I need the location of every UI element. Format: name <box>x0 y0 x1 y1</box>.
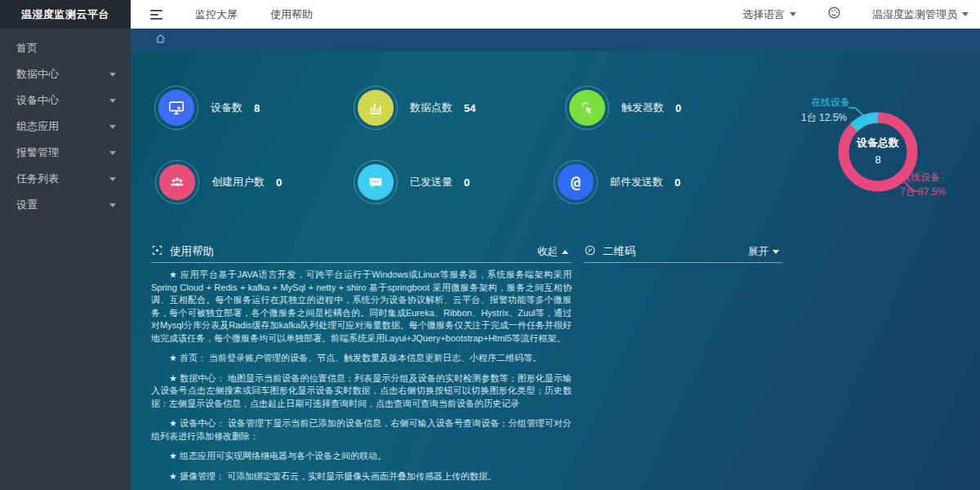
stat-value: 8 <box>254 102 260 114</box>
nav-usage-help[interactable]: 使用帮助 <box>270 7 313 22</box>
chevron-up-icon <box>562 250 568 254</box>
donut-offline-value: 7台 87.5% <box>900 185 946 199</box>
stat-value: 0 <box>464 176 470 189</box>
qrcode-section-icon <box>584 244 596 260</box>
sidebar-item-alarm-management[interactable]: 报警管理 <box>0 140 131 166</box>
datapoints-chart-icon <box>358 90 394 126</box>
breadcrumb <box>131 29 980 51</box>
users-icon <box>159 164 195 200</box>
stat-value: 54 <box>464 102 475 114</box>
usage-help-header: 使用帮助 收起 <box>151 241 572 263</box>
chevron-down-icon <box>962 12 969 16</box>
sidebar-item-label: 报警管理 <box>16 145 59 160</box>
chevron-down-icon <box>109 99 116 103</box>
chevron-down-icon <box>109 203 116 207</box>
chevron-down-icon <box>109 125 116 129</box>
device-total-donut-chart: 设备总数 8 在线设备 1台 12.5% 离线设备 7台 87.5% <box>796 88 978 219</box>
chevron-down-icon <box>773 250 779 254</box>
sidebar-item-label: 任务列表 <box>16 172 59 186</box>
stat-icon-ring <box>155 160 199 204</box>
help-paragraph: ★ 应用平台基于JAVA语言开发，可跨平台运行于Windows或Linux等服务… <box>151 269 572 345</box>
donut-offline-label: 离线设备 <box>901 171 940 185</box>
expand-toggle[interactable]: 展开 <box>748 245 782 259</box>
sidebar-item-label: 组态应用 <box>16 119 59 134</box>
stat-trigger-count: 触发器数 0 <box>565 86 681 130</box>
language-label: 选择语言 <box>742 7 785 22</box>
stat-datapoint-count: 数据点数 54 <box>354 86 475 130</box>
stat-icon-ring <box>354 86 398 130</box>
chevron-down-icon <box>109 151 116 155</box>
sidebar-item-label: 数据中心 <box>16 67 59 82</box>
nav-monitor-screen[interactable]: 监控大屏 <box>195 7 238 22</box>
sidebar-item-settings[interactable]: 设置 <box>0 192 131 218</box>
stat-user-count: 创建用户数 0 <box>155 160 282 204</box>
qrcode-title: 二维码 <box>603 244 636 259</box>
navbar-left: 监控大屏 使用帮助 <box>131 7 313 22</box>
home-icon[interactable] <box>154 33 167 48</box>
stat-icon-ring: @ <box>554 160 598 204</box>
sidebar-item-data-center[interactable]: 数据中心 <box>0 61 131 87</box>
sidebar-item-label: 设备中心 <box>16 93 59 108</box>
sidebar-item-device-center[interactable]: 设备中心 <box>0 87 131 114</box>
stat-icon-ring <box>354 160 398 204</box>
stat-label: 触发器数 <box>621 100 664 115</box>
qrcode-header: 二维码 展开 <box>584 241 782 263</box>
navbar-right: 选择语言 温湿度监测管理员 <box>742 6 980 23</box>
stat-icon-ring <box>565 86 609 130</box>
donut-center-title: 设备总数 <box>844 136 912 150</box>
sidebar-item-label: 设置 <box>16 198 38 212</box>
donut-center-label: 设备总数 8 <box>844 136 912 166</box>
donut-online-label: 在线设备 <box>811 96 850 109</box>
sidebar-menu: 首页 数据中心 设备中心 组态应用 报警管理 任务列表 <box>0 29 131 218</box>
sidebar-item-scada-app[interactable]: 组态应用 <box>0 114 131 140</box>
stat-label: 邮件发送数 <box>610 175 663 189</box>
qrcode-panel: 二维码 展开 <box>584 241 782 263</box>
collapse-toggle[interactable]: 收起 <box>537 245 572 259</box>
collapse-sidebar-icon[interactable] <box>150 10 163 20</box>
stat-label: 已发送量 <box>410 175 452 189</box>
user-name: 温湿度监测管理员 <box>872 7 957 22</box>
help-paragraph: ★ 首页： 当前登录账户管理的设备、节点、触发数量及版本信息更新日志、小程序二维… <box>151 352 572 365</box>
stat-label: 数据点数 <box>410 100 452 115</box>
app-logo-title: 温湿度监测云平台 <box>0 0 131 29</box>
device-monitor-icon <box>158 90 194 126</box>
stat-value: 0 <box>675 176 680 189</box>
message-bubble-icon <box>358 164 394 200</box>
help-paragraph: ★ 数据中心： 地图显示当前设备的位置信息；列表显示分组及设备的实时检测参数等；… <box>151 372 572 411</box>
user-account-dropdown[interactable]: 温湿度监测管理员 <box>872 7 969 22</box>
app-window: 温湿度监测云平台 首页 数据中心 设备中心 组态应用 报警管理 任务 <box>0 0 980 490</box>
theme-palette-icon[interactable] <box>827 6 841 23</box>
sidebar: 温湿度监测云平台 首页 数据中心 设备中心 组态应用 报警管理 任务 <box>0 0 131 490</box>
stat-label: 创建用户数 <box>212 175 265 189</box>
top-navbar: 监控大屏 使用帮助 选择语言 温湿度监测管理员 <box>131 0 980 29</box>
main-content: 设备数 8 数据点数 54 <box>131 51 980 490</box>
sidebar-item-task-list[interactable]: 任务列表 <box>0 166 131 192</box>
at-email-icon: @ <box>558 164 594 200</box>
language-dropdown[interactable]: 选择语言 <box>742 7 796 22</box>
stat-sent-count: 已发送量 0 <box>354 160 470 204</box>
chevron-down-icon <box>109 177 116 181</box>
chevron-down-icon <box>790 12 796 16</box>
usage-help-panel: 使用帮助 收起 ★ 应用平台基于JAVA语言开发，可跨平台运行于Windows或… <box>151 241 572 490</box>
stat-value: 0 <box>675 102 681 114</box>
trigger-click-icon <box>569 90 605 126</box>
usage-help-icon <box>151 244 163 260</box>
chevron-down-icon <box>109 73 116 77</box>
collapse-label: 收起 <box>537 245 558 259</box>
stat-icon-ring <box>154 86 198 130</box>
expand-label: 展开 <box>748 245 768 259</box>
sidebar-item-home[interactable]: 首页 <box>0 35 131 61</box>
stat-value: 0 <box>276 176 282 189</box>
donut-online-value: 1台 12.5% <box>801 111 847 125</box>
stat-mail-count: @ 邮件发送数 0 <box>554 160 680 204</box>
help-paragraph: ★ 设备中心： 设备管理下显示当前已添加的设备信息，右侧可输入设备号查询设备；分… <box>151 417 572 443</box>
help-paragraph: ★ 组态应用可实现网络继电器与各个设备之间的联动。 <box>151 450 572 463</box>
usage-help-title: 使用帮助 <box>170 244 214 259</box>
sidebar-item-label: 首页 <box>16 41 38 56</box>
usage-help-body: ★ 应用平台基于JAVA语言开发，可跨平台运行于Windows或Linux等服务… <box>151 263 572 490</box>
stat-device-count: 设备数 8 <box>154 86 260 130</box>
donut-center-value: 8 <box>844 154 912 166</box>
help-paragraph: ★ 摄像管理： 可添加绑定萤石云，实时显示摄像头画面并叠加传感器上传的数据。 <box>151 470 572 483</box>
stat-label: 设备数 <box>211 100 243 115</box>
